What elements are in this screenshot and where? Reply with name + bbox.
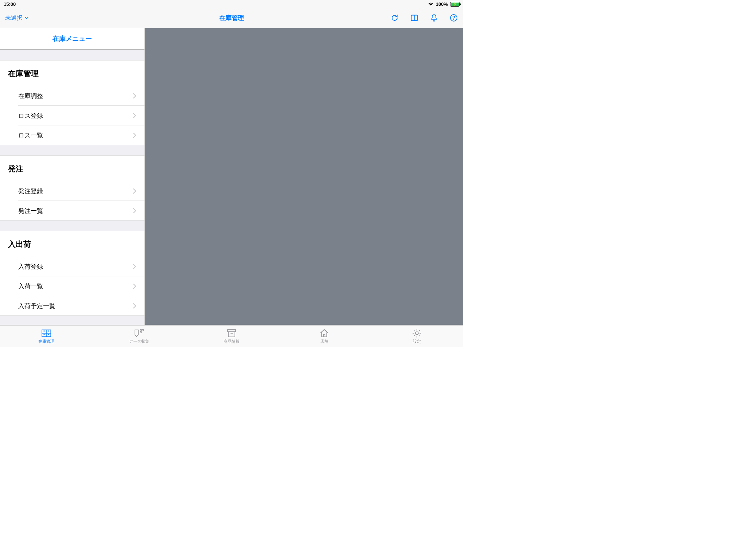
tab-store[interactable]: 店舗 bbox=[278, 326, 371, 347]
menu-item-receive-register[interactable]: 入荷登録 bbox=[0, 257, 144, 276]
menu-item-order-list[interactable]: 発注一覧 bbox=[0, 201, 144, 221]
tab-label: 店舗 bbox=[320, 339, 328, 344]
svg-rect-7 bbox=[44, 331, 45, 332]
sidebar-menu[interactable]: 在庫管理 在庫調整 ロス登録 ロス一覧 発 bbox=[0, 50, 144, 325]
page-title: 在庫管理 bbox=[219, 14, 244, 22]
svg-rect-15 bbox=[228, 332, 235, 337]
bell-button[interactable] bbox=[430, 13, 438, 22]
content-area bbox=[145, 28, 463, 325]
tab-label: データ収集 bbox=[129, 339, 149, 344]
battery-icon: ⚡ bbox=[450, 2, 460, 7]
menu-item-order-register[interactable]: 発注登録 bbox=[0, 181, 144, 201]
battery-percent: 100% bbox=[436, 1, 448, 7]
chevron-down-icon bbox=[24, 15, 29, 20]
section-header-inventory: 在庫管理 bbox=[0, 60, 144, 86]
menu-item-receive-list[interactable]: 入荷一覧 bbox=[0, 276, 144, 296]
chevron-right-icon bbox=[133, 283, 136, 289]
tab-product-info[interactable]: 商品情報 bbox=[185, 326, 278, 347]
sidebar-header: 在庫メニュー bbox=[0, 28, 144, 50]
chevron-right-icon bbox=[133, 132, 136, 138]
tab-label: 設定 bbox=[413, 339, 421, 344]
svg-rect-13 bbox=[140, 331, 142, 333]
section-header-shipping: 入出荷 bbox=[0, 231, 144, 257]
menu-item-label: 発注登録 bbox=[18, 187, 43, 195]
svg-point-18 bbox=[415, 332, 418, 335]
chevron-right-icon bbox=[133, 208, 136, 214]
chevron-right-icon bbox=[133, 113, 136, 118]
menu-item-label: 入荷一覧 bbox=[18, 282, 43, 291]
svg-rect-11 bbox=[140, 330, 142, 331]
help-button[interactable] bbox=[449, 13, 458, 22]
svg-point-3 bbox=[453, 19, 454, 20]
menu-item-label: 在庫調整 bbox=[18, 92, 43, 100]
menu-item-loss-register[interactable]: ロス登録 bbox=[0, 106, 144, 125]
selector-label: 未選択 bbox=[5, 14, 23, 22]
sidebar: 在庫メニュー 在庫管理 在庫調整 ロス登録 ロス一覧 bbox=[0, 28, 145, 325]
tab-label: 商品情報 bbox=[224, 339, 240, 344]
svg-rect-12 bbox=[142, 330, 143, 331]
menu-item-label: ロス登録 bbox=[18, 112, 43, 120]
box-icon bbox=[227, 328, 237, 338]
svg-rect-9 bbox=[44, 334, 45, 335]
menu-item-label: 発注一覧 bbox=[18, 207, 43, 215]
home-icon bbox=[319, 328, 329, 338]
chevron-right-icon bbox=[133, 264, 136, 269]
menu-item-label: 入荷予定一覧 bbox=[18, 302, 55, 310]
menu-item-label: ロス一覧 bbox=[18, 131, 43, 140]
chevron-right-icon bbox=[133, 303, 136, 309]
inventory-icon bbox=[41, 328, 51, 338]
wifi-icon bbox=[428, 2, 434, 6]
gear-icon bbox=[412, 328, 422, 338]
tab-label: 在庫管理 bbox=[38, 339, 54, 344]
tab-data-collection[interactable]: データ収集 bbox=[93, 326, 185, 347]
menu-item-receive-schedule[interactable]: 入荷予定一覧 bbox=[0, 296, 144, 316]
barcode-scanner-icon bbox=[134, 328, 144, 338]
tab-inventory[interactable]: 在庫管理 bbox=[0, 326, 93, 347]
menu-item-stock-adjust[interactable]: 在庫調整 bbox=[0, 86, 144, 106]
menu-item-loss-list[interactable]: ロス一覧 bbox=[0, 125, 144, 145]
svg-rect-17 bbox=[324, 334, 325, 337]
svg-rect-14 bbox=[228, 330, 236, 332]
section-header-order: 発注 bbox=[0, 155, 144, 181]
svg-rect-8 bbox=[48, 331, 49, 332]
nav-bar: 未選択 在庫管理 bbox=[0, 8, 463, 28]
tab-settings[interactable]: 設定 bbox=[371, 326, 463, 347]
tab-bar: 在庫管理 データ収集 商品情報 店舗 設定 bbox=[0, 325, 463, 347]
chevron-right-icon bbox=[133, 93, 136, 99]
panel-toggle-button[interactable] bbox=[410, 13, 419, 22]
status-time: 15:00 bbox=[4, 1, 16, 7]
menu-item-label: 入荷登録 bbox=[18, 262, 43, 271]
refresh-button[interactable] bbox=[390, 13, 399, 22]
svg-rect-0 bbox=[411, 15, 418, 21]
chevron-right-icon bbox=[133, 188, 136, 194]
selector-dropdown[interactable]: 未選択 bbox=[5, 14, 29, 22]
status-right: 100% ⚡ bbox=[428, 1, 460, 7]
svg-rect-10 bbox=[48, 334, 49, 335]
status-bar: 15:00 100% ⚡ bbox=[0, 0, 463, 8]
